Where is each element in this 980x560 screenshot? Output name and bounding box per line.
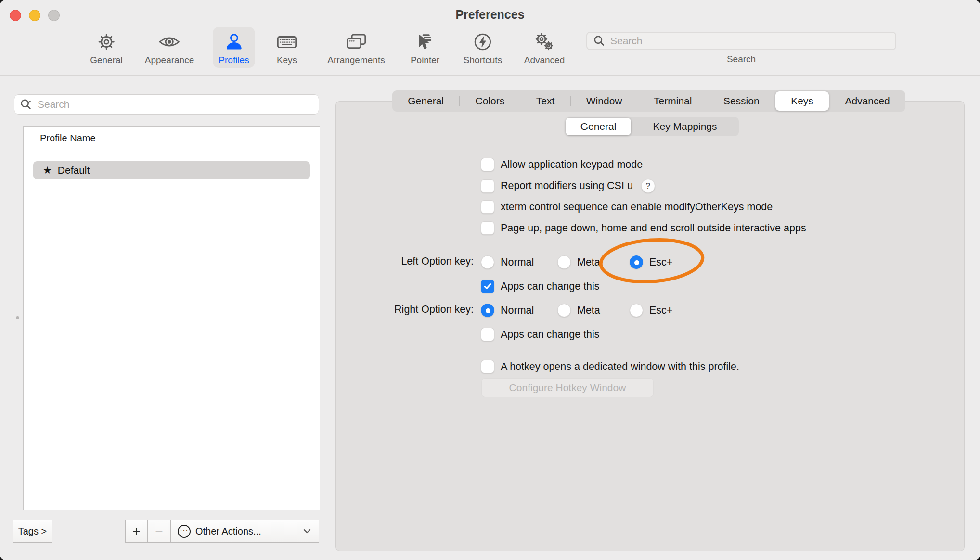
toolbar-item-profiles[interactable]: Profiles bbox=[213, 27, 255, 68]
tab-keys[interactable]: Keys bbox=[775, 91, 829, 111]
toolbar-item-keys[interactable]: Keys bbox=[270, 27, 304, 68]
tags-button[interactable]: Tags > bbox=[13, 520, 52, 543]
tab-session[interactable]: Session bbox=[708, 90, 775, 112]
toolbar-search-label: Search bbox=[586, 54, 896, 64]
toolbar-item-appearance[interactable]: Appearance bbox=[139, 27, 200, 68]
profile-search-placeholder: Search bbox=[38, 99, 70, 110]
radio-label: Meta bbox=[577, 256, 600, 268]
checkbox-unchecked[interactable] bbox=[481, 200, 494, 214]
radio-unselected[interactable] bbox=[630, 304, 643, 317]
profile-list-header: Profile Name bbox=[24, 127, 320, 150]
right-option-radio-esc[interactable]: Esc+ bbox=[630, 304, 672, 317]
person-icon bbox=[224, 30, 244, 54]
checkbox-row[interactable]: Allow application keypad mode bbox=[481, 158, 643, 171]
right-option-key-label: Right Option key: bbox=[335, 304, 474, 316]
radio-selected[interactable] bbox=[630, 255, 643, 269]
splitter-dot[interactable] bbox=[16, 316, 19, 319]
toolbar-divider bbox=[0, 75, 980, 76]
radio-label: Esc+ bbox=[649, 305, 672, 317]
tab-text[interactable]: Text bbox=[520, 90, 570, 112]
remove-profile-button: − bbox=[147, 520, 171, 543]
toolbar-item-label: Keys bbox=[277, 55, 297, 65]
checkbox-label: Report modifiers using CSI u bbox=[501, 180, 633, 192]
chevron-down-icon bbox=[302, 528, 312, 535]
toolbar-search-placeholder: Search bbox=[610, 35, 643, 47]
star-icon: ★ bbox=[43, 165, 52, 176]
checkbox-row[interactable]: Page up, page down, home and end scroll … bbox=[481, 221, 806, 235]
radio-unselected[interactable] bbox=[557, 255, 571, 269]
lightning-icon bbox=[473, 30, 493, 54]
tab-colors[interactable]: Colors bbox=[460, 90, 520, 112]
radio-selected[interactable] bbox=[481, 304, 494, 317]
right-option-radio-meta[interactable]: Meta bbox=[557, 304, 600, 317]
configure-hotkey-window-button: Configure Hotkey Window bbox=[481, 378, 654, 397]
checkbox-label: Apps can change this bbox=[501, 329, 600, 341]
section-divider bbox=[364, 243, 939, 243]
toolbar-item-arrangements[interactable]: Arrangements bbox=[322, 27, 390, 68]
other-actions-dropdown[interactable]: ··· Other Actions... bbox=[170, 520, 319, 543]
left-option-apps-can-change[interactable]: Apps can change this bbox=[481, 280, 600, 293]
other-actions-label: Other Actions... bbox=[195, 526, 261, 537]
toolbar-item-advanced[interactable]: Advanced bbox=[518, 27, 571, 68]
profile-name: Default bbox=[58, 165, 90, 176]
search-menu-icon bbox=[20, 98, 34, 111]
check-icon bbox=[483, 281, 492, 291]
checkbox-label: Apps can change this bbox=[501, 280, 600, 293]
profile-list: Profile Name ★ Default bbox=[23, 126, 320, 510]
gears-icon bbox=[533, 30, 555, 54]
subtab-general[interactable]: General bbox=[566, 118, 631, 135]
checkbox-unchecked[interactable] bbox=[481, 360, 494, 373]
toolbar-item-label: Arrangements bbox=[327, 55, 385, 65]
subtab-key-mappings[interactable]: Key Mappings bbox=[631, 117, 739, 136]
toolbar-item-pointer[interactable]: Pointer bbox=[405, 27, 445, 68]
tab-terminal[interactable]: Terminal bbox=[638, 90, 708, 112]
tab-general[interactable]: General bbox=[392, 90, 459, 112]
toolbar-item-label: General bbox=[90, 55, 123, 65]
section-divider bbox=[364, 350, 939, 350]
checkbox-row[interactable]: xterm control sequence can enable modify… bbox=[481, 200, 773, 214]
right-option-radio-normal[interactable]: Normal bbox=[481, 304, 534, 317]
right-option-apps-can-change[interactable]: Apps can change this bbox=[481, 328, 600, 341]
window-title: Preferences bbox=[0, 8, 980, 22]
radio-label: Esc+ bbox=[649, 256, 672, 268]
eye-icon bbox=[158, 30, 181, 54]
radio-label: Meta bbox=[577, 305, 600, 317]
hotkey-checkbox-row[interactable]: A hotkey opens a dedicated window with t… bbox=[481, 360, 739, 373]
tab-advanced[interactable]: Advanced bbox=[829, 90, 905, 112]
profile-tabs: General Colors Text Window Terminal Sess… bbox=[392, 90, 905, 112]
toolbar-item-label: Pointer bbox=[411, 55, 439, 65]
checkbox-unchecked[interactable] bbox=[481, 158, 494, 171]
checkbox-label: Allow application keypad mode bbox=[501, 159, 643, 171]
profile-row-default[interactable]: ★ Default bbox=[33, 161, 310, 179]
radio-unselected[interactable] bbox=[557, 304, 571, 317]
search-icon bbox=[593, 35, 606, 47]
radio-label: Normal bbox=[501, 305, 534, 317]
left-option-radio-esc[interactable]: Esc+ bbox=[630, 255, 672, 269]
profile-search-input[interactable]: Search bbox=[14, 94, 319, 115]
checkbox-row[interactable]: Report modifiers using CSI u ? bbox=[481, 179, 655, 193]
checkbox-unchecked[interactable] bbox=[481, 221, 494, 235]
left-option-key-label: Left Option key: bbox=[335, 255, 474, 267]
checkbox-label: xterm control sequence can enable modify… bbox=[501, 201, 773, 213]
keyboard-icon bbox=[275, 30, 298, 54]
add-profile-button[interactable]: + bbox=[125, 520, 148, 543]
keys-subtabs: General Key Mappings bbox=[566, 117, 739, 136]
left-option-radio-meta[interactable]: Meta bbox=[557, 255, 600, 269]
toolbar-item-general[interactable]: General bbox=[84, 27, 129, 68]
cursor-icon bbox=[415, 30, 435, 54]
tab-content-panel bbox=[335, 101, 965, 551]
preferences-window: Preferences General Appearance Profiles … bbox=[0, 0, 980, 560]
left-option-radio-normal[interactable]: Normal bbox=[481, 255, 534, 269]
checkbox-unchecked[interactable] bbox=[481, 179, 494, 193]
checkbox-unchecked[interactable] bbox=[481, 328, 494, 341]
radio-label: Normal bbox=[501, 256, 534, 268]
toolbar-item-label: Appearance bbox=[145, 55, 194, 65]
toolbar-item-label: Advanced bbox=[524, 55, 565, 65]
toolbar-item-shortcuts[interactable]: Shortcuts bbox=[458, 27, 508, 68]
tab-window[interactable]: Window bbox=[571, 90, 638, 112]
toolbar-search-input[interactable]: Search bbox=[586, 32, 896, 50]
checkbox-checked[interactable] bbox=[481, 280, 494, 293]
radio-unselected[interactable] bbox=[481, 255, 494, 269]
help-button[interactable]: ? bbox=[641, 179, 655, 193]
checkbox-label: Page up, page down, home and end scroll … bbox=[501, 222, 806, 234]
